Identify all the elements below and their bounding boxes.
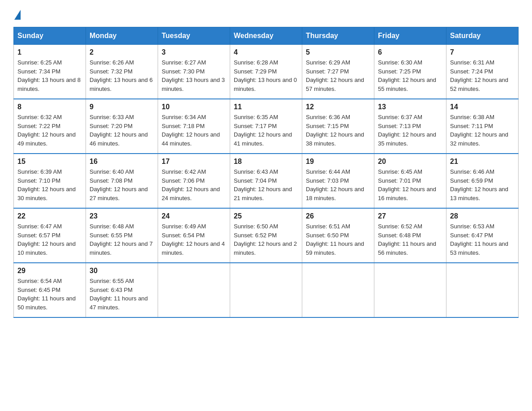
day-info: Sunrise: 6:39 AMSunset: 7:10 PMDaylight:…	[17, 167, 82, 202]
day-info: Sunrise: 6:38 AMSunset: 7:11 PMDaylight:…	[450, 113, 515, 148]
day-info: Sunrise: 6:53 AMSunset: 6:47 PMDaylight:…	[450, 222, 515, 257]
day-info: Sunrise: 6:47 AMSunset: 6:57 PMDaylight:…	[17, 222, 82, 257]
col-header-wednesday: Wednesday	[230, 27, 302, 45]
week-row-2: 8Sunrise: 6:32 AMSunset: 7:22 PMDaylight…	[14, 99, 519, 154]
day-number: 4	[234, 48, 298, 56]
day-number: 3	[162, 48, 226, 56]
day-info: Sunrise: 6:48 AMSunset: 6:55 PMDaylight:…	[90, 222, 154, 257]
day-cell-19: 19Sunrise: 6:44 AMSunset: 7:03 PMDayligh…	[302, 154, 374, 208]
day-cell-17: 17Sunrise: 6:42 AMSunset: 7:06 PMDayligh…	[158, 154, 230, 208]
day-info: Sunrise: 6:44 AMSunset: 7:03 PMDaylight:…	[306, 167, 370, 202]
day-number: 20	[378, 158, 442, 166]
empty-cell	[230, 263, 302, 317]
day-info: Sunrise: 6:46 AMSunset: 6:59 PMDaylight:…	[450, 167, 515, 202]
day-cell-6: 6Sunrise: 6:30 AMSunset: 7:25 PMDaylight…	[374, 45, 446, 99]
day-cell-2: 2Sunrise: 6:26 AMSunset: 7:32 PMDaylight…	[86, 45, 158, 99]
col-header-tuesday: Tuesday	[158, 27, 230, 45]
day-number: 18	[234, 158, 298, 166]
day-number: 7	[450, 48, 515, 56]
day-cell-3: 3Sunrise: 6:27 AMSunset: 7:30 PMDaylight…	[158, 45, 230, 99]
day-cell-14: 14Sunrise: 6:38 AMSunset: 7:11 PMDayligh…	[446, 99, 519, 154]
day-number: 26	[306, 212, 370, 220]
day-number: 6	[378, 48, 442, 56]
day-cell-1: 1Sunrise: 6:25 AMSunset: 7:34 PMDaylight…	[14, 45, 86, 99]
empty-cell	[374, 263, 446, 317]
day-number: 25	[234, 212, 298, 220]
day-number: 8	[17, 103, 82, 111]
empty-cell	[158, 263, 230, 317]
day-number: 15	[17, 158, 82, 166]
day-info: Sunrise: 6:25 AMSunset: 7:34 PMDaylight:…	[17, 58, 82, 93]
day-info: Sunrise: 6:40 AMSunset: 7:08 PMDaylight:…	[90, 167, 154, 202]
col-header-friday: Friday	[374, 27, 446, 45]
logo-triangle-icon	[14, 10, 21, 20]
col-header-thursday: Thursday	[302, 27, 374, 45]
day-cell-21: 21Sunrise: 6:46 AMSunset: 6:59 PMDayligh…	[446, 154, 519, 208]
day-cell-8: 8Sunrise: 6:32 AMSunset: 7:22 PMDaylight…	[14, 99, 86, 154]
day-number: 10	[162, 103, 226, 111]
day-number: 22	[17, 212, 82, 220]
week-row-3: 15Sunrise: 6:39 AMSunset: 7:10 PMDayligh…	[14, 154, 519, 208]
day-cell-20: 20Sunrise: 6:45 AMSunset: 7:01 PMDayligh…	[374, 154, 446, 208]
day-number: 27	[378, 212, 442, 220]
day-info: Sunrise: 6:29 AMSunset: 7:27 PMDaylight:…	[306, 58, 370, 93]
day-cell-30: 30Sunrise: 6:55 AMSunset: 6:43 PMDayligh…	[86, 263, 158, 317]
empty-cell	[302, 263, 374, 317]
day-cell-18: 18Sunrise: 6:43 AMSunset: 7:04 PMDayligh…	[230, 154, 302, 208]
page-header	[13, 9, 519, 19]
day-number: 14	[450, 103, 515, 111]
col-header-saturday: Saturday	[446, 27, 519, 45]
day-info: Sunrise: 6:43 AMSunset: 7:04 PMDaylight:…	[234, 167, 298, 202]
day-info: Sunrise: 6:52 AMSunset: 6:48 PMDaylight:…	[378, 222, 442, 257]
day-cell-7: 7Sunrise: 6:31 AMSunset: 7:24 PMDaylight…	[446, 45, 519, 99]
day-number: 29	[17, 267, 82, 275]
day-cell-22: 22Sunrise: 6:47 AMSunset: 6:57 PMDayligh…	[14, 208, 86, 263]
day-cell-29: 29Sunrise: 6:54 AMSunset: 6:45 PMDayligh…	[14, 263, 86, 317]
day-cell-16: 16Sunrise: 6:40 AMSunset: 7:08 PMDayligh…	[86, 154, 158, 208]
day-number: 30	[90, 267, 154, 275]
day-info: Sunrise: 6:30 AMSunset: 7:25 PMDaylight:…	[378, 58, 442, 93]
day-info: Sunrise: 6:49 AMSunset: 6:54 PMDaylight:…	[162, 222, 226, 257]
day-number: 13	[378, 103, 442, 111]
day-info: Sunrise: 6:45 AMSunset: 7:01 PMDaylight:…	[378, 167, 442, 202]
calendar-header-row: SundayMondayTuesdayWednesdayThursdayFrid…	[14, 27, 519, 45]
day-cell-12: 12Sunrise: 6:36 AMSunset: 7:15 PMDayligh…	[302, 99, 374, 154]
day-info: Sunrise: 6:28 AMSunset: 7:29 PMDaylight:…	[234, 58, 298, 93]
day-cell-15: 15Sunrise: 6:39 AMSunset: 7:10 PMDayligh…	[14, 154, 86, 208]
day-number: 21	[450, 158, 515, 166]
week-row-4: 22Sunrise: 6:47 AMSunset: 6:57 PMDayligh…	[14, 208, 519, 263]
day-number: 17	[162, 158, 226, 166]
logo	[13, 9, 21, 19]
day-info: Sunrise: 6:50 AMSunset: 6:52 PMDaylight:…	[234, 222, 298, 257]
day-info: Sunrise: 6:35 AMSunset: 7:17 PMDaylight:…	[234, 113, 298, 148]
week-row-1: 1Sunrise: 6:25 AMSunset: 7:34 PMDaylight…	[14, 45, 519, 99]
day-number: 11	[234, 103, 298, 111]
day-info: Sunrise: 6:55 AMSunset: 6:43 PMDaylight:…	[90, 277, 154, 312]
day-info: Sunrise: 6:34 AMSunset: 7:18 PMDaylight:…	[162, 113, 226, 148]
day-number: 19	[306, 158, 370, 166]
day-cell-24: 24Sunrise: 6:49 AMSunset: 6:54 PMDayligh…	[158, 208, 230, 263]
day-cell-25: 25Sunrise: 6:50 AMSunset: 6:52 PMDayligh…	[230, 208, 302, 263]
col-header-monday: Monday	[86, 27, 158, 45]
calendar-table: SundayMondayTuesdayWednesdayThursdayFrid…	[13, 27, 519, 318]
day-info: Sunrise: 6:27 AMSunset: 7:30 PMDaylight:…	[162, 58, 226, 93]
day-number: 24	[162, 212, 226, 220]
day-number: 1	[17, 48, 82, 56]
day-info: Sunrise: 6:31 AMSunset: 7:24 PMDaylight:…	[450, 58, 515, 93]
day-cell-11: 11Sunrise: 6:35 AMSunset: 7:17 PMDayligh…	[230, 99, 302, 154]
day-cell-5: 5Sunrise: 6:29 AMSunset: 7:27 PMDaylight…	[302, 45, 374, 99]
day-cell-9: 9Sunrise: 6:33 AMSunset: 7:20 PMDaylight…	[86, 99, 158, 154]
day-number: 23	[90, 212, 154, 220]
day-cell-27: 27Sunrise: 6:52 AMSunset: 6:48 PMDayligh…	[374, 208, 446, 263]
empty-cell	[446, 263, 519, 317]
day-cell-13: 13Sunrise: 6:37 AMSunset: 7:13 PMDayligh…	[374, 99, 446, 154]
day-cell-23: 23Sunrise: 6:48 AMSunset: 6:55 PMDayligh…	[86, 208, 158, 263]
day-info: Sunrise: 6:37 AMSunset: 7:13 PMDaylight:…	[378, 113, 442, 148]
day-number: 5	[306, 48, 370, 56]
day-cell-26: 26Sunrise: 6:51 AMSunset: 6:50 PMDayligh…	[302, 208, 374, 263]
day-info: Sunrise: 6:26 AMSunset: 7:32 PMDaylight:…	[90, 58, 154, 93]
day-info: Sunrise: 6:42 AMSunset: 7:06 PMDaylight:…	[162, 167, 226, 202]
day-number: 9	[90, 103, 154, 111]
day-number: 28	[450, 212, 515, 220]
day-info: Sunrise: 6:51 AMSunset: 6:50 PMDaylight:…	[306, 222, 370, 257]
